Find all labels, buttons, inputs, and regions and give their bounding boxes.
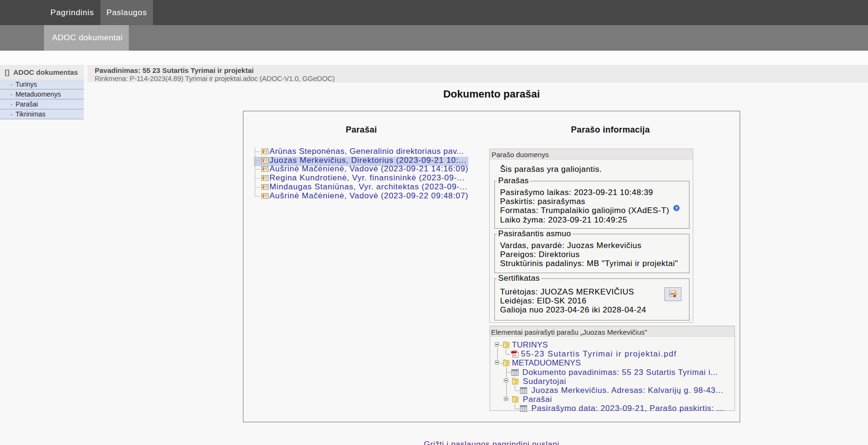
svg-text:?: ? <box>675 206 678 211</box>
